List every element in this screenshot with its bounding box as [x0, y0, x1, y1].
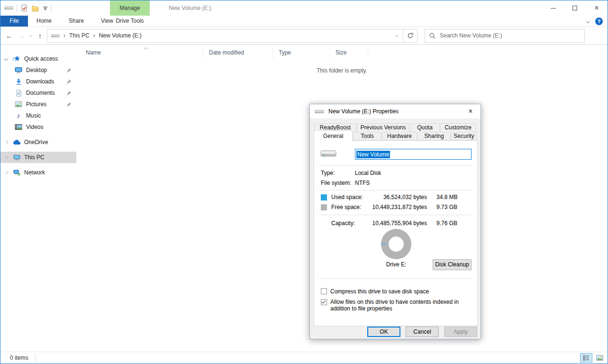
expand-ribbon-chevron-icon[interactable]	[586, 19, 590, 23]
capacity-size: 9.76 GB	[436, 220, 457, 227]
network-icon	[12, 169, 21, 176]
breadcrumb-this-pc[interactable]: This PC	[69, 32, 90, 39]
compress-checkbox[interactable]	[321, 288, 327, 294]
status-divider	[35, 355, 36, 362]
minimize-button[interactable]	[542, 0, 564, 16]
check-icon	[322, 300, 326, 303]
chevron-right-icon[interactable]	[4, 171, 8, 174]
tab-general[interactable]: General	[314, 130, 353, 141]
search-input[interactable]	[440, 32, 581, 39]
title-bar: Manage New Volume (E:) ×	[0, 0, 608, 16]
disk-usage-donut-chart	[381, 229, 411, 259]
sidebar-item-onedrive[interactable]: OneDrive	[0, 136, 76, 148]
forward-button[interactable]: →	[15, 29, 27, 42]
tab-drive-tools[interactable]: Drive Tools	[110, 16, 150, 27]
disk-cleanup-button[interactable]: Disk Cleanup	[433, 259, 472, 270]
window-title: New Volume (E:)	[169, 0, 211, 16]
apply-button[interactable]: Apply	[444, 327, 477, 337]
search-icon	[429, 32, 436, 39]
breadcrumb[interactable]: › This PC › New Volume (E:)	[47, 29, 403, 43]
close-button[interactable]: ×	[586, 0, 608, 16]
column-header-type[interactable]: Type	[273, 46, 330, 59]
contextual-group-manage[interactable]: Manage	[110, 0, 150, 16]
maximize-icon	[572, 6, 577, 10]
tab-home[interactable]: Home	[28, 16, 60, 27]
pictures-icon	[14, 101, 23, 108]
back-button[interactable]: ←	[3, 29, 15, 42]
tab-sharing[interactable]: Sharing	[417, 132, 451, 140]
tab-customize[interactable]: Customize	[440, 123, 476, 132]
help-icon[interactable]: ?	[595, 18, 603, 25]
sort-ascending-icon	[145, 46, 147, 52]
volume-label-input[interactable]: New Volume	[355, 149, 472, 160]
tab-file[interactable]: File	[0, 16, 28, 27]
cancel-button[interactable]: Cancel	[406, 327, 439, 337]
crumb-separator: ›	[93, 32, 95, 39]
tab-previous-versions[interactable]: Previous Versions	[357, 123, 409, 132]
folder-icon[interactable]	[31, 5, 39, 12]
tab-security[interactable]: Security	[451, 132, 477, 140]
tab-hardware[interactable]: Hardware	[382, 132, 417, 140]
index-checkbox-label[interactable]: Allow files on this drive to have conten…	[330, 299, 472, 312]
compress-checkbox-label[interactable]: Compress this drive to save disk space	[330, 288, 429, 295]
thumbnail-view-button[interactable]	[593, 353, 606, 363]
dialog-title: New Volume (E:) Properties	[328, 108, 399, 115]
up-button[interactable]: ↑	[34, 29, 46, 42]
qat-customize-icon[interactable]	[43, 6, 48, 11]
desktop-icon	[14, 66, 23, 74]
sidebar-item-desktop[interactable]: Desktop	[0, 64, 76, 76]
dialog-close-button[interactable]: ×	[461, 104, 481, 118]
close-icon: ×	[594, 4, 599, 12]
drive-icon	[51, 33, 60, 39]
type-label: Type:	[321, 170, 335, 176]
sidebar-item-network[interactable]: Network	[0, 167, 76, 178]
maximize-button[interactable]	[564, 0, 586, 16]
general-tab-page: New Volume Type: Local Disk File system:…	[314, 140, 478, 326]
sidebar-item-label: OneDrive	[24, 139, 48, 146]
used-space-bytes: 36,524,032 bytes	[362, 194, 427, 200]
free-space-label: Free space:	[331, 204, 361, 210]
refresh-button[interactable]	[403, 29, 417, 43]
used-space-label: Used space:	[331, 194, 363, 200]
column-header-name[interactable]: Name	[81, 46, 203, 59]
details-view-icon	[582, 355, 590, 361]
column-header-date-modified[interactable]: Date modified	[203, 46, 273, 59]
chevron-down-icon[interactable]	[4, 57, 8, 61]
free-space-size: 9.73 GB	[436, 204, 457, 210]
crumb-separator: ›	[64, 32, 65, 39]
sidebar-item-quick-access[interactable]: Quick access	[0, 53, 76, 64]
dialog-tab-strip: ReadyBoost Previous Versions Quota Custo…	[314, 123, 478, 140]
properties-check-icon[interactable]	[20, 4, 28, 12]
address-dropdown-chevron-icon[interactable]	[390, 35, 403, 36]
item-count: 0 items	[10, 355, 28, 361]
onedrive-icon	[12, 140, 21, 145]
tab-share[interactable]: Share	[60, 16, 92, 27]
qat-separator	[17, 4, 17, 12]
history-dropdown-chevron-icon[interactable]	[27, 35, 34, 36]
ok-button[interactable]: OK	[367, 327, 400, 337]
sidebar-item-documents[interactable]: Documents	[0, 87, 76, 99]
column-header-size[interactable]: Size	[330, 46, 368, 59]
downloads-icon	[14, 78, 23, 85]
pin-icon	[66, 91, 72, 96]
main-area: Quick access Desktop Downloads	[0, 45, 608, 352]
sidebar-item-this-pc[interactable]: This PC	[0, 152, 76, 163]
chevron-right-icon[interactable]	[4, 155, 8, 159]
sidebar-item-label: Desktop	[26, 67, 47, 73]
sidebar-item-downloads[interactable]: Downloads	[0, 76, 76, 87]
details-view-button[interactable]	[580, 353, 592, 363]
sidebar-item-videos[interactable]: Videos	[0, 121, 76, 133]
breadcrumb-new-volume[interactable]: New Volume (E:)	[99, 32, 142, 39]
sidebar-item-pictures[interactable]: Pictures	[0, 99, 76, 110]
this-pc-icon	[12, 154, 21, 161]
index-checkbox[interactable]	[321, 299, 327, 305]
tab-tools[interactable]: Tools	[353, 132, 381, 140]
view-toggles	[580, 353, 606, 363]
sidebar-item-music[interactable]: ♪ Music	[0, 110, 76, 121]
tab-quota[interactable]: Quota	[410, 123, 440, 132]
refresh-icon	[407, 32, 414, 39]
filesystem-label: File system:	[321, 180, 351, 186]
sidebar-item-label: Music	[26, 112, 41, 119]
address-bar: ← → ↑ › This PC › New Volume (E:)	[0, 27, 608, 45]
chevron-right-icon[interactable]	[4, 140, 8, 144]
